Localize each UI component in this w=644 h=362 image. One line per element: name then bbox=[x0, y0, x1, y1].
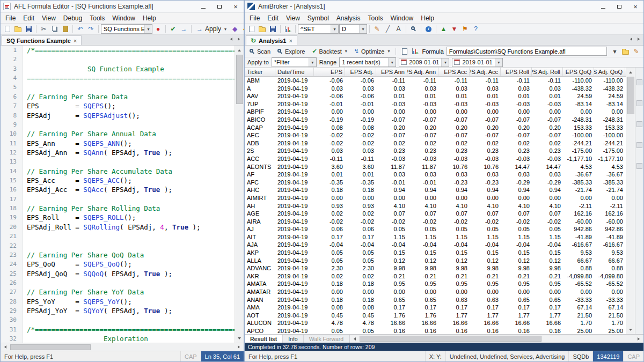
table-row[interactable]: AIMIRT2019-04-190.000.000.000.000.000.00… bbox=[245, 194, 626, 202]
table-row[interactable]: AAV2019-04-19-0.06-0.060.010.010.010.010… bbox=[245, 92, 626, 100]
redo-icon[interactable]: ↷ bbox=[86, 24, 96, 34]
table-row[interactable]: AHC2019-04-190.180.180.940.940.940.940.9… bbox=[245, 186, 626, 194]
table-row[interactable]: AKP2019-04-190.050.050.150.150.150.150.1… bbox=[245, 249, 626, 257]
backtest-button[interactable]: ✔ Backtest ▾ bbox=[309, 48, 349, 55]
scrollbar-thumb[interactable] bbox=[10, 344, 91, 350]
chevron-down-icon[interactable]: ▾ bbox=[495, 58, 502, 67]
open-file-icon[interactable] bbox=[13, 24, 23, 34]
column-header[interactable]: Ticker bbox=[245, 68, 275, 76]
column-header[interactable]: EPS Acc bbox=[438, 68, 470, 76]
minimize-icon[interactable] bbox=[595, 1, 611, 12]
paste-icon[interactable] bbox=[60, 24, 70, 34]
table-row[interactable]: APCO2019-04-190.050.050.160.160.160.160.… bbox=[245, 327, 626, 334]
open-database-icon[interactable] bbox=[257, 24, 267, 34]
table-row[interactable]: 7UP2019-04-19-0.01-0.01-0.03-0.03-0.03-0… bbox=[245, 100, 626, 108]
minimize-icon[interactable] bbox=[195, 1, 211, 12]
scroll-tabs-left-icon[interactable] bbox=[227, 35, 235, 43]
maximize-icon[interactable] bbox=[611, 1, 627, 12]
menu-tools[interactable]: Tools bbox=[364, 13, 387, 23]
column-header[interactable]: EPS bbox=[314, 68, 345, 76]
column-header[interactable]: EPS Adj. bbox=[345, 68, 376, 76]
copy-icon[interactable] bbox=[49, 24, 60, 34]
table-row[interactable]: ADB2019-04-19-0.02-0.020.020.020.020.020… bbox=[245, 139, 626, 147]
chevron-down-icon[interactable]: ▾ bbox=[345, 49, 347, 54]
menu-help[interactable]: Help bbox=[139, 13, 160, 23]
column-header[interactable]: EPS Adj. Ann bbox=[407, 68, 438, 76]
scroll-up-icon[interactable] bbox=[626, 68, 635, 76]
info-icon[interactable]: i bbox=[423, 24, 434, 34]
column-header[interactable]: EPS Adj. Roll bbox=[532, 68, 563, 76]
range-combo[interactable]: 1 recent bar(s) ▾ bbox=[339, 57, 396, 67]
chevron-down-icon[interactable]: ▾ bbox=[388, 58, 396, 67]
menu-file[interactable]: File bbox=[2, 13, 19, 23]
table-row[interactable]: AMATAR2019-04-190.000.000.000.000.000.00… bbox=[245, 288, 626, 296]
result-table-body[interactable]: ABM2019-04-19-0.06-0.06-0.11-0.11-0.11-0… bbox=[245, 77, 626, 334]
menu-edit[interactable]: Edit bbox=[19, 13, 38, 23]
report-icon[interactable] bbox=[399, 46, 409, 56]
menu-window[interactable]: Window bbox=[108, 13, 139, 23]
table-row[interactable]: AOT2019-04-190.450.451.761.761.771.771.7… bbox=[245, 312, 626, 320]
menu-view[interactable]: View bbox=[38, 13, 60, 23]
optimize-button[interactable]: ↯ Optimize ▾ bbox=[352, 48, 393, 55]
menu-tools[interactable]: Tools bbox=[86, 13, 108, 23]
table-row[interactable]: ACC2019-04-19-0.11-0.11-0.03-0.03-0.03-0… bbox=[245, 155, 626, 163]
formula-file-combo[interactable]: SQ Functions Exa ▾ bbox=[101, 24, 152, 34]
date-from-picker[interactable]: 2009-01-01 ▾ bbox=[399, 58, 449, 67]
insert-snippet-icon[interactable]: ◆ bbox=[230, 24, 240, 34]
formula-browse-icon[interactable] bbox=[620, 46, 631, 56]
send-to-amibroker-icon[interactable]: → bbox=[179, 24, 189, 34]
undo-icon[interactable]: ↶ bbox=[75, 24, 85, 34]
table-vertical-scrollbar[interactable] bbox=[626, 68, 635, 334]
table-row[interactable]: AF2019-04-190.010.010.030.030.030.030.03… bbox=[245, 171, 626, 179]
table-row[interactable]: ALLA2019-04-190.050.050.120.120.120.120.… bbox=[245, 257, 626, 265]
close-tab-icon[interactable]: × bbox=[74, 38, 77, 44]
menu-edit[interactable]: Edit bbox=[264, 13, 282, 23]
close-icon[interactable]: × bbox=[228, 1, 244, 12]
scroll-down-icon[interactable] bbox=[235, 334, 244, 343]
table-row[interactable]: AJ2019-04-190.060.060.050.050.050.050.05… bbox=[245, 225, 626, 233]
apply-to-filter-combo[interactable]: *Filter ▾ bbox=[272, 57, 317, 67]
scrollbar-thumb[interactable] bbox=[360, 336, 541, 342]
scrollbar-thumb[interactable] bbox=[627, 77, 634, 114]
formula-pick-icon[interactable]: ▾ bbox=[610, 46, 620, 56]
editor-vertical-scrollbar[interactable] bbox=[235, 46, 244, 343]
table-row[interactable]: AEC2019-04-19-0.02-0.02-0.07-0.07-0.07-0… bbox=[245, 131, 626, 139]
table-row[interactable]: ANAN2019-04-190.180.180.650.650.630.630.… bbox=[245, 296, 626, 304]
save-database-icon[interactable] bbox=[268, 24, 278, 34]
table-row[interactable]: AMATA2019-04-190.180.180.950.950.950.950… bbox=[245, 280, 626, 288]
zoom-in-icon[interactable] bbox=[408, 24, 419, 34]
scroll-right-icon[interactable] bbox=[235, 343, 244, 351]
formula-edit-icon[interactable]: ✎ bbox=[631, 46, 641, 56]
scrollbar-thumb[interactable] bbox=[236, 55, 243, 104]
equity-chart-icon[interactable] bbox=[410, 46, 420, 56]
draw-pencil-icon[interactable]: ✎ bbox=[372, 24, 382, 34]
column-header[interactable]: Date/Time bbox=[275, 68, 314, 76]
draw-text-icon[interactable]: A bbox=[393, 24, 404, 34]
symbol-combo[interactable]: ^SET ▾ bbox=[298, 24, 339, 34]
chart-window-icon[interactable] bbox=[283, 24, 293, 34]
interval-combo[interactable]: D ▾ bbox=[339, 24, 367, 34]
table-row[interactable]: A2019-04-190.030.030.030.030.030.030.030… bbox=[245, 85, 626, 93]
draw-trendline-icon[interactable]: ╱ bbox=[383, 24, 393, 34]
buy-marker-icon[interactable]: ▲ bbox=[438, 24, 449, 34]
chevron-down-icon[interactable]: ▾ bbox=[331, 25, 338, 33]
menu-analysis[interactable]: Analysis bbox=[333, 13, 364, 23]
context-help-icon[interactable]: ? bbox=[471, 24, 481, 34]
table-row[interactable]: ABICO2019-04-19-0.19-0.19-0.07-0.07-0.07… bbox=[245, 116, 626, 124]
chevron-down-icon[interactable]: ▾ bbox=[144, 25, 152, 33]
menu-file[interactable]: File bbox=[246, 13, 264, 23]
tab-analysis1[interactable]: ↻ Analysis1 × bbox=[246, 35, 297, 45]
table-row[interactable]: ABPIF2019-04-190.000.000.000.000.000.000… bbox=[245, 108, 626, 116]
record-macro-icon[interactable]: ● bbox=[153, 24, 163, 34]
new-chart-icon[interactable] bbox=[246, 24, 257, 34]
column-header[interactable]: EPS Ann bbox=[376, 68, 407, 76]
scroll-tabs-right-icon[interactable] bbox=[635, 35, 642, 43]
date-to-picker[interactable]: 2019-01-01 ▾ bbox=[452, 58, 502, 67]
apply-button[interactable]: → Apply ▾ bbox=[194, 25, 229, 33]
table-row[interactable]: AH2019-04-190.930.934.104.104.104.104.10… bbox=[245, 202, 626, 210]
table-row[interactable]: AFC2019-04-19-0.35-0.35-0.01-0.01-0.23-0… bbox=[245, 179, 626, 187]
dock-button[interactable] bbox=[636, 163, 642, 169]
bottom-tab-result-list[interactable]: Result list bbox=[245, 335, 283, 343]
scroll-down-icon[interactable] bbox=[626, 326, 635, 334]
close-icon[interactable]: × bbox=[627, 1, 643, 12]
